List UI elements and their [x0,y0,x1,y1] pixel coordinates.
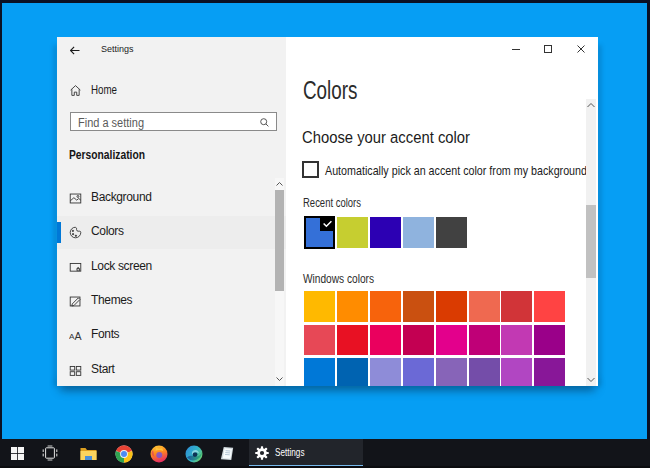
svg-text:Settings: Settings [275,446,305,458]
svg-text:Recent colors: Recent colors [303,196,361,210]
svg-text:Find a setting: Find a setting [78,116,144,130]
svg-text:Home: Home [91,83,117,97]
svg-text:Settings: Settings [101,43,134,54]
svg-text:Personalization: Personalization [69,148,145,162]
svg-text:Windows colors: Windows colors [303,272,374,286]
svg-text:Choose your accent color: Choose your accent color [302,128,470,147]
svg-text:A: A [75,330,82,342]
svg-text:Automatically pick an accent c: Automatically pick an accent color from … [325,163,587,178]
svg-text:Colors: Colors [303,75,358,105]
